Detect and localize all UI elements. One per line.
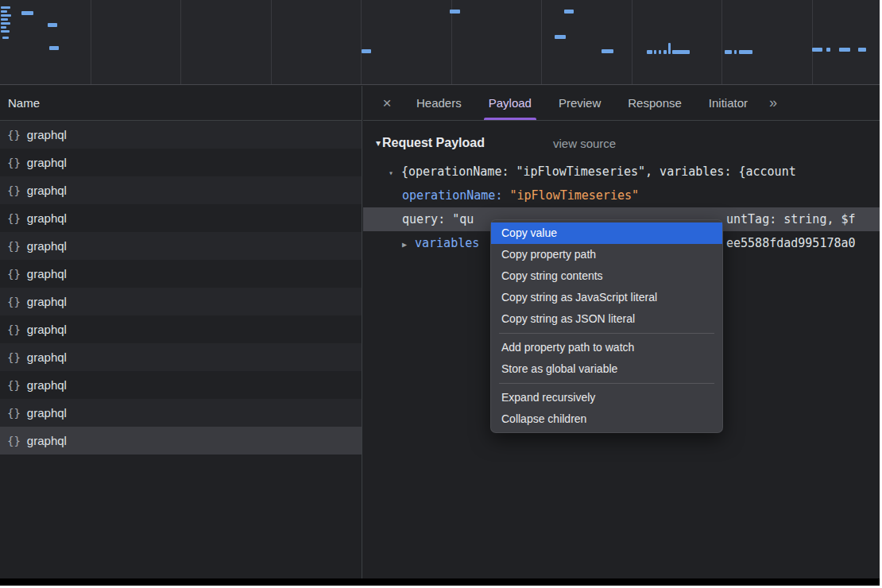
menu-item-add-property-path-to-watch[interactable]: Add property path to watch — [491, 337, 722, 358]
json-request-icon: {} — [7, 407, 21, 420]
request-row[interactable]: {}graphql — [0, 288, 362, 315]
section-title: Request Payload — [382, 136, 485, 150]
menu-item-copy-value[interactable]: Copy value — [491, 222, 722, 244]
query-value-left-fragment: query: "qu — [402, 212, 474, 226]
request-row[interactable]: {}graphql — [0, 315, 362, 343]
details-tabs: HeadersPayloadPreviewResponseInitiator — [403, 86, 761, 120]
window-bottom-edge — [0, 578, 880, 586]
close-icon[interactable]: × — [377, 95, 397, 112]
request-row[interactable]: {}graphql — [0, 260, 362, 288]
name-column-label: Name — [8, 96, 40, 110]
menu-item-copy-string-as-javascript-literal[interactable]: Copy string as JavaScript literal — [491, 287, 722, 308]
request-name: graphql — [27, 267, 67, 280]
request-timing-bar — [725, 50, 732, 54]
details-tab-bar: × HeadersPayloadPreviewResponseInitiator… — [363, 86, 880, 121]
menu-item-copy-property-path[interactable]: Copy property path — [491, 244, 722, 265]
menu-item-collapse-children[interactable]: Collapse children — [491, 408, 722, 430]
request-row[interactable]: {}graphql — [0, 204, 362, 232]
request-row[interactable]: {}graphql — [0, 176, 362, 204]
json-request-icon: {} — [7, 323, 21, 336]
request-timing-bar — [839, 48, 850, 52]
request-rows: {}graphql{}graphql{}graphql{}graphql{}gr… — [0, 121, 362, 455]
timeline-gridline — [180, 0, 181, 84]
json-request-icon: {} — [7, 212, 21, 225]
request-row[interactable]: {}graphql — [0, 121, 362, 149]
request-timing-bar — [1, 26, 6, 29]
request-name: graphql — [27, 323, 67, 336]
request-timing-bar — [659, 50, 661, 54]
request-timing-bar — [826, 48, 830, 52]
request-timing-bar — [49, 46, 59, 50]
request-timing-bar — [1, 10, 7, 13]
request-name: graphql — [27, 184, 67, 197]
network-overview-timeline[interactable] — [0, 0, 880, 85]
request-timing-bar — [734, 50, 737, 54]
section-disclosure-triangle-icon[interactable]: ▾ — [376, 137, 381, 149]
json-request-icon: {} — [7, 240, 21, 253]
menu-item-copy-string-contents[interactable]: Copy string contents — [491, 265, 722, 287]
request-timing-bar — [663, 50, 667, 54]
request-timing-bar — [21, 11, 33, 15]
request-name: graphql — [27, 378, 67, 392]
request-name: graphql — [27, 128, 67, 141]
request-payload-section-header: ▾ Request Payload view source — [363, 122, 880, 152]
tab-headers[interactable]: Headers — [412, 86, 466, 120]
request-timing-bar — [654, 50, 656, 54]
request-name: graphql — [27, 156, 67, 169]
property-value: "ipFlowTimeseries" — [509, 188, 639, 203]
menu-divider — [499, 383, 714, 384]
request-name: graphql — [27, 350, 67, 364]
request-timing-bar — [812, 48, 822, 52]
timeline-gridline — [812, 0, 813, 84]
timeline-gridline — [541, 0, 542, 84]
property-key: operationName: — [402, 188, 502, 203]
request-timing-bar — [672, 50, 690, 54]
request-timing-bar — [1, 6, 10, 9]
json-request-icon: {} — [7, 379, 21, 392]
tree-row-root[interactable]: ▾{operationName: "ipFlowTimeseries", var… — [363, 160, 880, 184]
name-column-header[interactable]: Name — [0, 86, 362, 121]
json-request-icon: {} — [7, 184, 21, 197]
request-timing-bar — [2, 37, 9, 39]
tab-preview[interactable]: Preview — [554, 86, 605, 120]
request-row[interactable]: {}graphql — [0, 399, 362, 427]
context-menu: Copy valueCopy property pathCopy string … — [490, 219, 723, 433]
request-timing-bar — [450, 10, 460, 14]
request-name: graphql — [27, 406, 67, 420]
request-row[interactable]: {}graphql — [0, 371, 362, 399]
request-timing-bar — [48, 23, 57, 27]
json-request-icon: {} — [7, 296, 21, 308]
json-request-icon: {} — [7, 157, 21, 169]
timeline-gridline — [632, 0, 632, 84]
json-request-icon: {} — [7, 268, 21, 280]
request-row[interactable]: {}graphql — [0, 232, 362, 260]
network-main-area: Name {}graphql{}graphql{}graphql{}graphq… — [0, 86, 880, 578]
request-list-panel: Name {}graphql{}graphql{}graphql{}graphq… — [0, 86, 362, 578]
request-row[interactable]: {}graphql — [0, 149, 362, 176]
request-row[interactable]: {}graphql — [0, 343, 362, 371]
tab-response[interactable]: Response — [623, 86, 687, 120]
tab-initiator[interactable]: Initiator — [704, 86, 752, 120]
timeline-gridline — [91, 0, 91, 84]
request-row[interactable]: {}graphql — [0, 427, 362, 455]
request-timing-bar — [1, 14, 11, 17]
menu-item-copy-string-as-json-literal[interactable]: Copy string as JSON literal — [491, 308, 722, 330]
menu-item-store-as-global-variable[interactable]: Store as global variable — [491, 358, 722, 380]
tab-payload[interactable]: Payload — [484, 86, 536, 120]
view-source-link[interactable]: view source — [553, 137, 616, 150]
request-timing-bar — [1, 18, 8, 21]
request-timing-bar — [564, 10, 574, 14]
timeline-gridline — [721, 0, 722, 84]
disclosure-triangle-icon[interactable]: ▾ — [389, 161, 397, 184]
timeline-gridline — [271, 0, 272, 84]
request-timing-bar — [362, 49, 371, 53]
more-tabs-icon[interactable]: » — [769, 95, 777, 111]
variables-value-right-fragment: ee5588fdad995178a0 — [726, 231, 856, 255]
menu-item-expand-recursively[interactable]: Expand recursively — [491, 387, 722, 408]
json-request-icon: {} — [7, 129, 21, 141]
timeline-gridline — [361, 0, 362, 84]
tree-row-operation-name[interactable]: operationName: "ipFlowTimeseries" — [363, 184, 880, 207]
disclosure-triangle-icon[interactable]: ▶ — [402, 233, 410, 255]
query-value-right-fragment: untTag: string, $f — [726, 207, 856, 231]
request-timing-bar — [647, 50, 652, 54]
